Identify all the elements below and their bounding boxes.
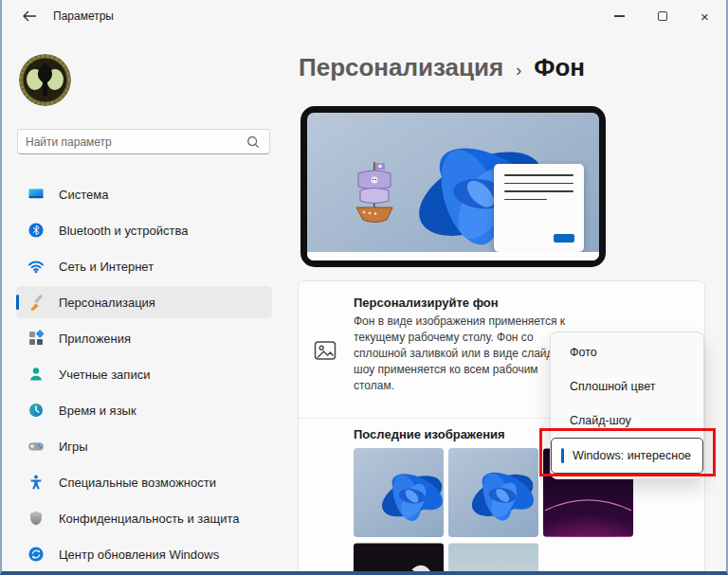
dialog-line (504, 174, 573, 176)
back-icon (22, 10, 37, 22)
breadcrumb-personalization[interactable]: Персонализация (299, 53, 503, 82)
card-description: Фон в виде изображения применяется к тек… (354, 314, 568, 394)
preview-screen (307, 113, 599, 261)
close-icon: × (701, 9, 709, 24)
sidebar-item-label: Bluetooth и устройства (59, 224, 188, 238)
personalization-icon (27, 294, 45, 311)
sidebar-item-label: Центр обновления Windows (59, 548, 219, 562)
accounts-icon (27, 366, 45, 383)
selected-indicator (561, 448, 564, 463)
network-icon (27, 258, 45, 275)
sidebar-item-label: Специальные возможности (59, 476, 216, 490)
pirate-ship-sticker (351, 160, 398, 226)
page-title: Фон (534, 53, 585, 82)
background-type-dropdown: Фото Сплошной цвет Слайд-шоу Windows: ин… (550, 332, 704, 479)
sidebar-item-label: Игры (59, 440, 88, 454)
close-button[interactable]: × (683, 0, 726, 32)
sidebar-item-label: Учетные записи (59, 368, 150, 382)
sidebar-item-system[interactable]: Система (16, 178, 272, 210)
preview-dialog-card (494, 164, 584, 252)
dropdown-option-label: Windows: интересное (573, 449, 691, 462)
dialog-line (504, 183, 573, 185)
sidebar-item-label: Персонализация (59, 296, 155, 310)
system-icon (27, 186, 45, 203)
picture-icon (314, 339, 337, 362)
dropdown-option-photo[interactable]: Фото (551, 335, 703, 369)
app-title: Параметры (53, 9, 114, 23)
sidebar-item-accounts[interactable]: Учетные записи (16, 358, 272, 390)
search-input[interactable] (18, 135, 246, 149)
search-box (17, 129, 270, 154)
minimize-button[interactable] (598, 0, 641, 32)
titlebar: Параметры × (2, 0, 726, 34)
preview-taskbar (307, 252, 599, 261)
sidebar-item-personalization[interactable]: Персонализация (16, 286, 272, 318)
sidebar-item-gaming[interactable]: Игры (16, 430, 272, 462)
back-button[interactable] (15, 6, 44, 28)
sidebar-item-label: Сеть и Интернет (59, 260, 154, 274)
recent-image-thumbnail[interactable] (354, 448, 444, 537)
avatar-image (19, 54, 71, 106)
sidebar-item-label: Система (59, 188, 108, 202)
sidebar-item-network[interactable]: Сеть и Интернет (16, 250, 272, 282)
recent-image-thumbnail[interactable] (354, 543, 444, 575)
dialog-accent-button (554, 234, 574, 243)
sidebar-item-privacy[interactable]: Конфиденциальность и защита (16, 502, 272, 534)
minimize-icon (614, 15, 625, 16)
dropdown-option-windows-spotlight[interactable]: Windows: интересное (551, 438, 703, 474)
maximize-icon (658, 11, 667, 21)
sidebar-item-label: Время и язык (59, 404, 136, 418)
recent-image-thumbnail[interactable] (448, 543, 538, 575)
bluetooth-icon (27, 222, 45, 239)
main-content: Персонализация › Фон (286, 34, 726, 571)
sidebar: Система Bluetooth и устройства (2, 34, 286, 571)
apps-icon (27, 330, 45, 347)
maximize-button[interactable] (641, 0, 683, 32)
accessibility-icon (27, 474, 45, 491)
search-icon[interactable] (246, 135, 261, 150)
dialog-line (504, 199, 547, 201)
settings-window: Параметры × (0, 0, 728, 575)
sidebar-item-label: Приложения (59, 332, 131, 346)
sidebar-item-accessibility[interactable]: Специальные возможности (16, 466, 272, 498)
dropdown-option-slideshow[interactable]: Слайд-шоу (551, 404, 703, 438)
breadcrumb: Персонализация › Фон (299, 53, 585, 82)
time-language-icon (27, 402, 45, 419)
chevron-right-icon: › (516, 61, 521, 81)
gaming-icon (27, 438, 45, 455)
card-title: Персонализируйте фон (354, 296, 499, 310)
background-preview-device (300, 106, 606, 267)
windows-update-icon (27, 546, 45, 563)
sidebar-item-apps[interactable]: Приложения (16, 322, 272, 354)
window-controls: × (598, 0, 726, 32)
recent-images-label: Последние изображения (354, 427, 505, 441)
sidebar-item-windows-update[interactable]: Центр обновления Windows (16, 538, 272, 570)
sidebar-item-time-language[interactable]: Время и язык (16, 394, 272, 426)
dropdown-option-solid-color[interactable]: Сплошной цвет (551, 369, 703, 404)
dialog-line (504, 190, 573, 192)
sidebar-item-label: Конфиденциальность и защита (59, 512, 240, 526)
sidebar-nav: Система Bluetooth и устройства (16, 178, 272, 570)
sidebar-item-bluetooth[interactable]: Bluetooth и устройства (16, 214, 272, 246)
avatar (19, 54, 71, 106)
privacy-icon (27, 510, 45, 527)
recent-image-thumbnail[interactable] (448, 448, 538, 537)
